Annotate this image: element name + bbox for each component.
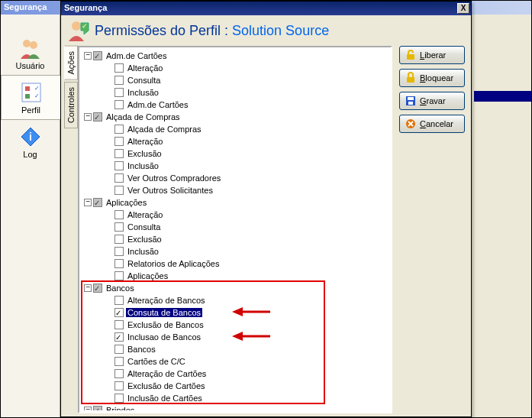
tree-node[interactable]: Inclusao de Bancos: [81, 330, 389, 342]
tree-checkbox[interactable]: [114, 235, 124, 244]
tree-checkbox[interactable]: [114, 76, 124, 85]
tree-node[interactable]: Alteração: [81, 61, 389, 73]
tree-expander-placeholder: [105, 394, 113, 402]
tree-node[interactable]: Ver Outros Solicitantes: [81, 183, 389, 196]
tree-node[interactable]: Alteração de Bancos: [81, 293, 389, 306]
tree-node[interactable]: −Aplicações: [81, 196, 389, 208]
tree-node[interactable]: Exclusão de Cartões: [81, 379, 389, 391]
tree-node[interactable]: Consuta de Bancos: [81, 306, 389, 318]
tree-node-label: Inclusão: [126, 247, 160, 256]
tree-node[interactable]: Ver Outros Compradores: [81, 171, 389, 183]
tree-checkbox[interactable]: [114, 137, 124, 146]
tree-checkbox[interactable]: [114, 357, 124, 366]
tree-checkbox[interactable]: [114, 173, 124, 183]
tree-node[interactable]: Alteração: [81, 208, 389, 220]
button-label: Bloquear: [420, 73, 453, 83]
close-button[interactable]: X: [457, 3, 469, 14]
tree-checkbox[interactable]: [114, 100, 124, 109]
tree-node[interactable]: Consulta: [81, 73, 389, 86]
tree-checkbox[interactable]: [114, 247, 124, 256]
dialog-titlebar[interactable]: Segurança X: [61, 2, 471, 15]
tree-checkbox[interactable]: [114, 320, 124, 329]
tree-expander[interactable]: −: [84, 52, 92, 60]
tree-node[interactable]: Consulta: [81, 220, 389, 232]
log-icon: i: [18, 125, 43, 149]
tree-checkbox[interactable]: [114, 394, 124, 403]
tree-node[interactable]: −Alçada de Compras: [81, 110, 389, 122]
tree-node[interactable]: Alçada de Compras: [81, 122, 389, 134]
vertical-tabs: AçõesControles: [64, 46, 78, 413]
tree-checkbox[interactable]: [114, 369, 124, 378]
button-label: Cancelar: [420, 119, 453, 128]
tree-node[interactable]: Exclusão: [81, 232, 389, 245]
tree-expander-placeholder: [105, 272, 113, 280]
tree-node[interactable]: Inclusão de Cartões: [81, 391, 389, 403]
liberar-button[interactable]: Liberar: [399, 46, 465, 64]
tree-node-label: Brindes: [105, 406, 136, 410]
tree-node[interactable]: Adm.de Cartões: [81, 98, 389, 110]
permissions-tree[interactable]: −Adm.de CartõesAlteraçãoConsultaInclusão…: [81, 49, 389, 410]
tree-node[interactable]: Inclusão: [81, 159, 389, 171]
tree-checkbox[interactable]: [93, 406, 102, 410]
tree-expander[interactable]: −: [84, 113, 92, 121]
perfil-icon: ✓✓: [19, 80, 44, 105]
tree-node[interactable]: Alteração: [81, 134, 389, 147]
tree-expander-placeholder: [105, 333, 113, 341]
tree-node[interactable]: −Adm.de Cartões: [81, 49, 389, 61]
permissions-dialog: Segurança X ✓ Permissões do Perfil : Sol…: [60, 1, 472, 417]
dialog-header-value: Solution Source: [232, 23, 329, 38]
tree-checkbox[interactable]: [114, 125, 124, 134]
tree-node[interactable]: Aplicações: [81, 269, 389, 281]
tree-checkbox[interactable]: [93, 284, 102, 293]
bloquear-button[interactable]: Bloquear: [399, 69, 465, 87]
tree-checkbox[interactable]: [114, 345, 124, 354]
tree-checkbox[interactable]: [114, 308, 124, 317]
sidebar: Usuário✓✓PerfiliLog: [1, 15, 60, 417]
tree-checkbox[interactable]: [114, 161, 124, 170]
sidebar-item-perfil[interactable]: ✓✓Perfil: [1, 75, 60, 120]
tree-node-label: Inclusao de Bancos: [126, 332, 202, 342]
tree-node[interactable]: Exclusão de Bancos: [81, 318, 389, 330]
tree-checkbox[interactable]: [93, 198, 102, 207]
tree-checkbox[interactable]: [114, 296, 124, 305]
tree-checkbox[interactable]: [114, 381, 124, 390]
tree-node[interactable]: Exclusão: [81, 147, 389, 159]
vtab-controles[interactable]: Controles: [64, 82, 78, 128]
background-selection-strip: [474, 91, 531, 102]
tree-node[interactable]: Inclusão: [81, 245, 389, 257]
tree-checkbox[interactable]: [93, 51, 102, 60]
tree-expander[interactable]: −: [84, 199, 92, 206]
tree-node-label: Consuta de Bancos: [126, 308, 202, 317]
tree-checkbox[interactable]: [114, 149, 124, 158]
vtab-acoes[interactable]: Ações: [64, 46, 78, 80]
tree-node[interactable]: −Brindes: [81, 403, 389, 410]
tree-node-label: Alçada de Compras: [126, 125, 203, 134]
lock-open-icon: [405, 49, 417, 61]
tree-expander[interactable]: −: [84, 407, 92, 410]
tree-checkbox[interactable]: [114, 259, 124, 268]
tree-checkbox[interactable]: [114, 88, 124, 97]
tree-checkbox[interactable]: [93, 112, 102, 122]
tree-node[interactable]: Alteração de Cartões: [81, 367, 389, 379]
gravar-button[interactable]: Gravar: [399, 92, 465, 110]
tree-expander[interactable]: −: [84, 284, 92, 292]
tree-checkbox[interactable]: [114, 271, 124, 280]
tree-checkbox[interactable]: [114, 222, 124, 232]
cancelar-button[interactable]: Cancelar: [399, 115, 465, 133]
tree-node-label: Adm.de Cartões: [105, 51, 168, 60]
tree-node[interactable]: Cartões de C/C: [81, 355, 389, 367]
tree-node-label: Bancos: [126, 345, 157, 354]
tree-node[interactable]: Relatorios de Aplicações: [81, 257, 389, 269]
sidebar-item-usuario[interactable]: Usuário: [1, 31, 60, 75]
tree-checkbox[interactable]: [114, 186, 124, 195]
svg-rect-4: [25, 94, 30, 99]
tree-node[interactable]: −Bancos: [81, 281, 389, 293]
tree-checkbox[interactable]: [114, 210, 124, 219]
tree-node[interactable]: Bancos: [81, 342, 389, 355]
sidebar-item-log[interactable]: iLog: [1, 120, 60, 164]
tree-node-label: Exclusão: [126, 235, 163, 244]
tree-node[interactable]: Inclusão: [81, 86, 389, 98]
tree-checkbox[interactable]: [114, 332, 124, 342]
tree-checkbox[interactable]: [114, 63, 124, 73]
tree-node-label: Ver Outros Solicitantes: [126, 186, 214, 195]
